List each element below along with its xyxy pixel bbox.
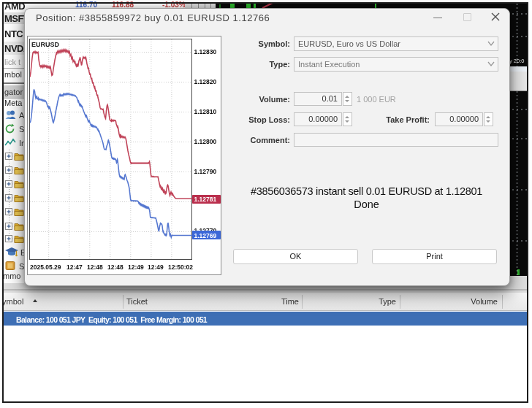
svg-text:S: S — [19, 262, 24, 271]
svg-text:In: In — [19, 139, 24, 147]
svg-text:S: S — [19, 125, 24, 134]
svg-text:A: A — [19, 111, 24, 120]
